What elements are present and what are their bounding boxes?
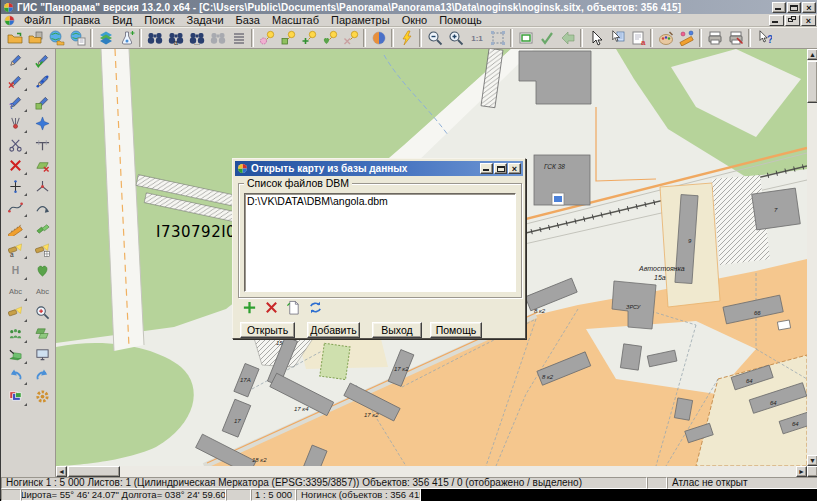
highlight-grid-button[interactable] — [29, 239, 55, 260]
view-3d-button[interactable] — [368, 28, 389, 48]
delete-area-button[interactable] — [29, 155, 55, 176]
menu-окно[interactable]: Окно — [396, 14, 434, 27]
edit-contour-button[interactable] — [29, 260, 55, 281]
move-object-button[interactable] — [29, 113, 55, 134]
go-back-button[interactable] — [557, 28, 578, 48]
search-object-button[interactable] — [29, 302, 55, 323]
find-repeat-button[interactable] — [207, 28, 228, 48]
dialog-title-bar[interactable]: Открыть карту из базы данных × — [235, 161, 523, 176]
scale-1-1-button[interactable]: 1:1 — [466, 28, 487, 48]
menu-вид[interactable]: Вид — [106, 14, 138, 27]
delete-drawing-button[interactable] — [2, 71, 28, 92]
select-by-area-button[interactable] — [256, 28, 277, 48]
select-by-type-button[interactable] — [277, 28, 298, 48]
zoom-out-button[interactable] — [424, 28, 445, 48]
edit-spline-button[interactable] — [2, 197, 28, 218]
add-node-button[interactable] — [2, 176, 28, 197]
menu-файл[interactable]: Файл — [18, 14, 57, 27]
text-abc-button[interactable]: Abc — [2, 281, 28, 302]
open-button[interactable]: Открыть — [240, 322, 295, 338]
exit-button[interactable]: Выход — [372, 322, 422, 338]
minimize-button[interactable] — [772, 2, 786, 13]
mdi-restore-button[interactable] — [785, 15, 800, 26]
text-h-button[interactable]: H — [2, 260, 28, 281]
apply-check-button[interactable] — [536, 28, 557, 48]
map-overview-window-button[interactable] — [515, 28, 536, 48]
map-monitor-button[interactable] — [29, 344, 55, 365]
help-button[interactable]: Помощь — [430, 322, 482, 338]
redo-button[interactable] — [29, 365, 55, 386]
zoom-frame-button[interactable] — [487, 28, 508, 48]
vertical-scrollbar[interactable]: ▲ ▼ — [807, 49, 817, 466]
add-button[interactable]: Добавить — [307, 322, 360, 338]
scroll-left-button[interactable]: ◄ — [56, 466, 67, 477]
object-select-info-button[interactable] — [606, 28, 627, 48]
select-by-object-button[interactable] — [319, 28, 340, 48]
menu-правка[interactable]: Правка — [57, 14, 106, 27]
map-legend-button[interactable] — [116, 28, 137, 48]
print-edit-button[interactable] — [725, 28, 746, 48]
mdi-close-button[interactable]: × — [801, 15, 816, 26]
dialog-maximize-button[interactable] — [494, 163, 507, 174]
horizontal-scroll-thumb[interactable] — [68, 466, 120, 477]
open-project-button[interactable] — [67, 28, 88, 48]
dbm-file-list[interactable]: D:\VK\DATA\DBM\angola.dbm — [244, 193, 516, 292]
menu-параметры[interactable]: Параметры — [325, 14, 396, 27]
maps-stack-button[interactable] — [29, 323, 55, 344]
zoom-in-button[interactable] — [445, 28, 466, 48]
finish-object-button[interactable] — [29, 50, 55, 71]
menu-поиск[interactable]: Поиск — [138, 14, 180, 27]
close-button[interactable]: × — [802, 2, 816, 13]
dialog-close-button[interactable]: × — [508, 163, 521, 174]
text-abc-2-button[interactable]: Abc — [29, 281, 55, 302]
scroll-right-button[interactable]: ► — [796, 466, 807, 477]
draw-style-button[interactable] — [655, 28, 676, 48]
group-objects-button[interactable] — [2, 323, 28, 344]
edit-nodes-button[interactable] — [29, 71, 55, 92]
select-add-button[interactable] — [298, 28, 319, 48]
refresh-databases-button[interactable] — [307, 299, 324, 315]
image-objects-button[interactable] — [2, 386, 28, 407]
menu-помощь[interactable]: Помощь — [433, 14, 488, 27]
edit-tools-button[interactable] — [2, 113, 28, 134]
mdi-minimize-button[interactable] — [769, 15, 784, 26]
highlight-object-button[interactable] — [2, 302, 28, 323]
measure-distance-button[interactable] — [676, 28, 697, 48]
print-button[interactable] — [704, 28, 725, 48]
menu-задачи[interactable]: Задачи — [181, 14, 230, 27]
dbm-file-item[interactable]: D:\VK\DATA\DBM\angola.dbm — [245, 194, 515, 208]
add-database-button[interactable] — [241, 299, 258, 315]
menu-масштаб[interactable]: Масштаб — [266, 14, 325, 27]
copy-area-button[interactable] — [29, 218, 55, 239]
fast-draw-button[interactable] — [396, 28, 417, 48]
context-help-button[interactable]: ? — [753, 28, 774, 48]
title-bar[interactable]: ГИС "Панорама" версия 13.2.0 x64 - [C:\U… — [1, 0, 817, 14]
highlight-text-button[interactable]: a — [2, 239, 28, 260]
select-clear-button[interactable] — [340, 28, 361, 48]
horizontal-scrollbar[interactable]: ◄ ► — [56, 466, 807, 477]
create-database-button[interactable] — [285, 299, 302, 315]
vertical-scroll-thumb[interactable] — [807, 61, 817, 103]
settings-gear-button[interactable] — [29, 386, 55, 407]
pointer-button[interactable] — [585, 28, 606, 48]
cut-section-button[interactable] — [2, 134, 28, 155]
edit-area-button[interactable] — [29, 92, 55, 113]
undo-button[interactable] — [2, 365, 28, 386]
objects-list-button[interactable] — [228, 28, 249, 48]
document-icon[interactable] — [4, 15, 15, 26]
delete-database-button[interactable] — [263, 299, 280, 315]
menu-база[interactable]: База — [230, 14, 266, 27]
measure-ruler-button[interactable] — [2, 218, 28, 239]
scroll-up-button[interactable]: ▲ — [807, 49, 817, 60]
find-advanced-button[interactable]: ... — [186, 28, 207, 48]
move-relief-button[interactable] — [2, 344, 28, 365]
object-help-button[interactable]: ? — [2, 92, 28, 113]
dialog-minimize-button[interactable] — [480, 163, 493, 174]
maximize-button[interactable] — [787, 2, 801, 13]
scroll-down-button[interactable]: ▼ — [807, 455, 817, 466]
open-database-button[interactable] — [25, 28, 46, 48]
edit-junction-button[interactable] — [29, 134, 55, 155]
find-object-button[interactable] — [144, 28, 165, 48]
layers-list-button[interactable] — [95, 28, 116, 48]
open-map-button[interactable] — [4, 28, 25, 48]
